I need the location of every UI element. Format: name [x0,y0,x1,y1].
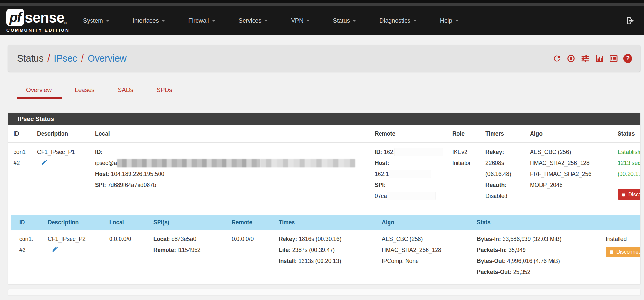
nav-item-firewall[interactable]: Firewall [188,17,215,24]
col-header-id: ID [8,125,32,142]
caret-down-icon [306,20,310,22]
top-strip-secondary [0,3,644,6]
child-sa-table: ID Description Local SPI(s) Remote Times… [11,207,640,284]
brand-name: sense [25,10,64,25]
caret-down-icon [212,20,215,22]
log-list-icon[interactable] [609,54,618,63]
col-header-description: Description [40,215,101,230]
tab-overview[interactable]: Overview [26,86,52,99]
tab-leases[interactable]: Leases [75,86,94,99]
ike-status-cell: Established 1213 seconds (00:20:13) Disc… [612,143,640,207]
registered-mark: ® [64,21,67,25]
bar-chart-icon[interactable] [595,54,604,63]
trash-icon [609,249,614,254]
redacted-value [387,192,435,200]
caret-down-icon [162,20,165,22]
redacted-value [395,148,443,156]
col-header-description: Description [32,125,90,142]
caret-down-icon [106,20,109,22]
breadcrumb-section: Status [17,53,43,64]
ike-id-cell: con1 #2 [8,143,32,207]
caret-down-icon [353,20,356,22]
child-algo-cell: AES_CBC (256) HMAC_SHA2_256_128 IPComp: … [374,230,469,284]
top-strip [0,0,644,3]
child-stats-cell: Bytes-In: 33,586,939 (32.03 MiB) Packets… [469,230,598,284]
child-description-cell: CF1_IPsec_P2 [40,230,101,284]
col-header-algo: Algo [524,125,612,142]
nav-item-vpn[interactable]: VPN [291,17,310,24]
redacted-value [117,159,260,167]
nav-menu: System Interfaces Firewall Services VPN … [83,17,482,24]
status-badge: Installed [606,234,640,245]
breadcrumb: Status / IPsec / Overview [17,53,127,64]
col-header-blank [598,215,640,230]
nav-item-system[interactable]: System [83,17,109,24]
caret-down-icon [455,20,458,22]
col-header-remote: Remote [224,215,271,230]
redacted-value [389,170,431,178]
col-header-spis: SPI(s) [145,215,224,230]
child-spi-cell: Local: c873e5a0 Remote: f1154952 [145,230,224,284]
child-times-cell: Rekey: 1816s (00:30:16) Life: 2387s (00:… [271,230,374,284]
child-table-row: con1: #2 CF1_IPsec_P2 0.0.0.0/0 Local: c… [11,230,640,284]
refresh-icon[interactable] [553,54,561,63]
ike-description-cell: CF1_IPsec_P1 [32,143,90,207]
next-panel-edge [8,289,640,295]
ipsec-status-panel: IPsec Status ID Description Local Remote… [8,113,640,284]
col-header-role: Role [447,125,480,142]
ike-algo-cell: AES_CBC (256) HMAC_SHA2_256_128 PRF_HMAC… [524,143,612,207]
ike-table-header: ID Description Local Remote Role Timers … [8,125,640,143]
brand-edition: COMMUNITY EDITION [6,28,70,33]
redacted-value [260,159,355,167]
sign-out-icon[interactable] [625,16,635,25]
disconnect-button[interactable]: Disconnect [618,189,640,200]
ike-local-cell: ID: ipsec@a Host: 104.189.226.195:500 SP… [90,143,369,207]
child-table-header: ID Description Local SPI(s) Remote Times… [11,215,640,230]
col-header-remote: Remote [369,125,447,142]
ike-remote-cell: ID: 162. Host: 162.1 SPI: 07ca [369,143,447,207]
nav-item-services[interactable]: Services [239,17,268,24]
panel-title: IPsec Status [8,113,640,125]
col-header-times: Times [271,215,374,230]
child-status-cell: Installed Disconnect [598,230,640,284]
pf-logo-box: pf [6,9,24,26]
ike-table-row: con1 #2 CF1_IPsec_P1 ID: ipsec@a Host: 1… [8,143,640,207]
col-header-local: Local [90,125,369,142]
nav-item-interfaces[interactable]: Interfaces [133,17,165,24]
breadcrumb-separator: / [43,53,54,64]
tab-spds[interactable]: SPDs [157,86,172,99]
col-header-id: ID [11,215,40,230]
tab-sads[interactable]: SADs [118,86,133,99]
breadcrumb-link-ipsec[interactable]: IPsec [54,53,77,64]
breadcrumb-separator: / [77,53,88,64]
sliders-icon[interactable] [581,54,590,63]
ike-role-cell: IKEv2 Initiator [447,143,480,207]
edit-icon[interactable] [52,245,101,256]
tab-bar: Overview Leases SADs SPDs [8,86,640,99]
trash-icon [621,192,626,197]
stop-icon[interactable] [567,54,575,63]
child-id-cell: con1: #2 [11,230,40,284]
nav-item-help[interactable]: Help [440,17,458,24]
child-local-cell: 0.0.0.0/0 [101,230,145,284]
caret-down-icon [264,20,268,22]
col-header-timers: Timers [480,125,524,142]
navbar: pf sense ® COMMUNITY EDITION System Inte… [0,6,644,35]
col-header-status: Status [612,125,640,142]
breadcrumb-link-overview[interactable]: Overview [88,53,127,64]
col-header-stats: Stats [469,215,598,230]
edit-icon[interactable] [41,158,90,169]
col-header-algo: Algo [374,215,469,230]
disconnect-button[interactable]: Disconnect [606,247,640,257]
nav-item-status[interactable]: Status [333,17,356,24]
page-toolbar: ? [553,54,632,63]
breadcrumb-bar: Status / IPsec / Overview ? [8,45,640,72]
help-icon[interactable]: ? [623,54,632,63]
ike-timers-cell: Rekey: 22608s (06:16:48) Reauth: Disable… [480,143,524,207]
nav-item-diagnostics[interactable]: Diagnostics [380,17,417,24]
pfsense-logo[interactable]: pf sense ® COMMUNITY EDITION [6,9,70,33]
caret-down-icon [413,20,417,22]
child-remote-cell: 0.0.0.0/0 [224,230,271,284]
col-header-local: Local [101,215,145,230]
